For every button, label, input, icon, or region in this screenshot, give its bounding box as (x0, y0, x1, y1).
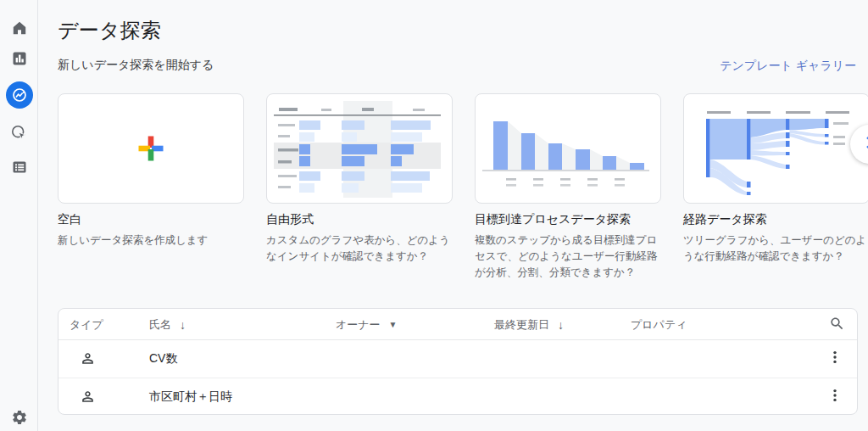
template-description: 新しいデータ探索を作成します (58, 232, 244, 249)
column-header-owner[interactable]: オーナー ▼ (336, 309, 398, 340)
library-icon (12, 160, 27, 175)
template-card-blank: 空白 新しいデータ探索を作成します (58, 93, 244, 249)
nav-home-button[interactable] (0, 13, 38, 43)
template-description: 複数のステップから成る目標到達プロセスで、どのようなユーザー行動経路が分析、分割… (475, 232, 661, 281)
settings-gear-icon (11, 409, 28, 426)
exploration-name[interactable]: CV数 (149, 340, 177, 378)
page-title: データ探索 (58, 17, 161, 44)
reports-icon (12, 51, 27, 66)
kebab-menu-icon (827, 350, 843, 368)
sankey-path-chart (684, 94, 868, 204)
template-title[interactable]: 目標到達プロセスデータ探索 (475, 212, 661, 227)
template-gallery-link[interactable]: テンプレート ギャラリー (720, 59, 856, 74)
google-plus-icon (136, 134, 165, 163)
column-label: 氏名 (149, 317, 171, 333)
template-description: カスタムのグラフや表から、どのようなインサイトが確認できますか？ (266, 232, 453, 265)
sort-descending-icon: ↓ (558, 318, 564, 332)
table-header-row: タイプ 氏名 ↓ オーナー ▼ 最終更新日 ↓ プロパティ (58, 309, 857, 340)
template-card-free-form: 自由形式 カスタムのグラフや表から、どのようなインサイトが確認できますか？ (266, 93, 453, 265)
nav-reports-button[interactable] (0, 43, 38, 74)
column-header-property[interactable]: プロパティ (631, 309, 687, 340)
nav-library-button[interactable] (0, 152, 38, 182)
column-label: オーナー (336, 317, 381, 333)
exploration-name[interactable]: 市区町村＋日時 (149, 378, 232, 415)
row-menu-button[interactable] (826, 388, 844, 406)
table-search-button[interactable] (827, 316, 846, 334)
dropdown-arrow-icon: ▼ (389, 320, 398, 329)
column-label: プロパティ (631, 317, 687, 333)
table-row[interactable]: CV数 (58, 340, 857, 378)
kebab-menu-icon (827, 388, 843, 406)
template-description: ツリーグラフから、ユーザーのどのような行動経路が確認できますか？ (683, 232, 868, 265)
advertising-icon (11, 125, 27, 141)
funnel-chart (476, 94, 661, 204)
nav-advertising-button[interactable] (0, 117, 38, 148)
nav-admin-button[interactable] (0, 402, 38, 431)
person-icon (80, 350, 96, 370)
funnel-thumbnail[interactable] (475, 93, 661, 204)
template-card-funnel: 目標到達プロセスデータ探索 複数のステップから成る目標到達プロセスで、どのような… (475, 93, 661, 281)
column-label: 最終更新日 (494, 317, 549, 333)
ga-explore-page: データ探索 新しいデータ探索を開始する テンプレート ギャラリー 空白 新しいデ… (0, 0, 868, 431)
explorations-table: タイプ 氏名 ↓ オーナー ▼ 最終更新日 ↓ プロパティ (58, 308, 858, 415)
explore-icon (6, 81, 33, 109)
column-label: タイプ (70, 317, 103, 333)
home-icon (12, 20, 27, 36)
template-title[interactable]: 空白 (58, 212, 244, 227)
section-heading: 新しいデータ探索を開始する (58, 58, 214, 73)
path-thumbnail[interactable] (683, 93, 868, 204)
column-header-name[interactable]: 氏名 ↓ (149, 309, 186, 340)
free-form-table-chart (267, 94, 453, 204)
blank-template-thumbnail[interactable] (58, 93, 244, 204)
person-icon (80, 389, 96, 408)
nav-explore-button[interactable] (0, 80, 38, 110)
template-card-path: 経路データ探索 ツリーグラフから、ユーザーのどのような行動経路が確認できますか？ (683, 93, 868, 265)
left-nav-rail (0, 0, 38, 431)
free-form-thumbnail[interactable] (266, 93, 453, 204)
search-icon (829, 316, 845, 334)
chevron-right-icon (861, 134, 868, 154)
row-menu-button[interactable] (826, 350, 844, 368)
template-title[interactable]: 経路データ探索 (683, 212, 868, 227)
table-row[interactable]: 市区町村＋日時 (58, 378, 857, 415)
column-header-last-updated[interactable]: 最終更新日 ↓ (494, 309, 564, 340)
column-header-type[interactable]: タイプ (70, 309, 103, 340)
sort-descending-icon: ↓ (180, 318, 186, 332)
template-title[interactable]: 自由形式 (266, 212, 453, 227)
